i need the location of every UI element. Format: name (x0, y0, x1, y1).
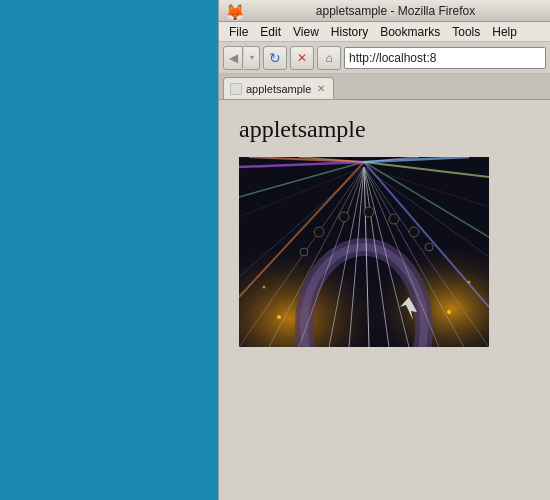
content-area: appletsample (219, 100, 550, 500)
window-title: appletsample - Mozilla Firefox (247, 4, 544, 18)
nav-bar: ◀ ▾ ↻ ✕ ⌂ (219, 42, 550, 74)
svg-point-31 (339, 212, 349, 222)
tab-bar: appletsample ✕ (219, 74, 550, 100)
tab-close-button[interactable]: ✕ (315, 83, 327, 95)
stop-button[interactable]: ✕ (290, 46, 314, 70)
home-button[interactable]: ⌂ (317, 46, 341, 70)
browser-tab[interactable]: appletsample ✕ (223, 77, 334, 99)
svg-point-32 (364, 207, 374, 217)
title-bar: 🦊 appletsample - Mozilla Firefox (219, 0, 550, 22)
menu-help[interactable]: Help (486, 23, 523, 41)
menu-bookmarks[interactable]: Bookmarks (374, 23, 446, 41)
svg-point-36 (425, 243, 433, 251)
menu-edit[interactable]: Edit (254, 23, 287, 41)
menu-tools[interactable]: Tools (446, 23, 486, 41)
menu-history[interactable]: History (325, 23, 374, 41)
applet-area[interactable] (239, 157, 489, 347)
menu-bar: File Edit View History Bookmarks Tools H… (219, 22, 550, 42)
page-title: appletsample (239, 116, 530, 143)
forward-dropdown[interactable]: ▾ (244, 46, 260, 70)
back-forward-group: ◀ ▾ (223, 46, 260, 70)
svg-point-35 (300, 248, 308, 256)
menu-file[interactable]: File (223, 23, 254, 41)
svg-point-41 (468, 281, 471, 284)
left-panel (0, 0, 218, 500)
svg-point-38 (277, 315, 281, 319)
svg-point-33 (389, 214, 399, 224)
back-button[interactable]: ◀ (223, 46, 243, 70)
firefox-icon: 🦊 (225, 3, 241, 19)
tab-label: appletsample (246, 83, 311, 95)
tab-favicon (230, 83, 242, 95)
svg-point-34 (409, 227, 419, 237)
menu-view[interactable]: View (287, 23, 325, 41)
svg-point-30 (314, 227, 324, 237)
refresh-button[interactable]: ↻ (263, 46, 287, 70)
url-bar[interactable] (344, 47, 546, 69)
svg-point-40 (263, 286, 266, 289)
browser-window: 🦊 appletsample - Mozilla Firefox File Ed… (218, 0, 550, 500)
chandelier-visualization (239, 157, 489, 347)
svg-point-39 (447, 310, 451, 314)
